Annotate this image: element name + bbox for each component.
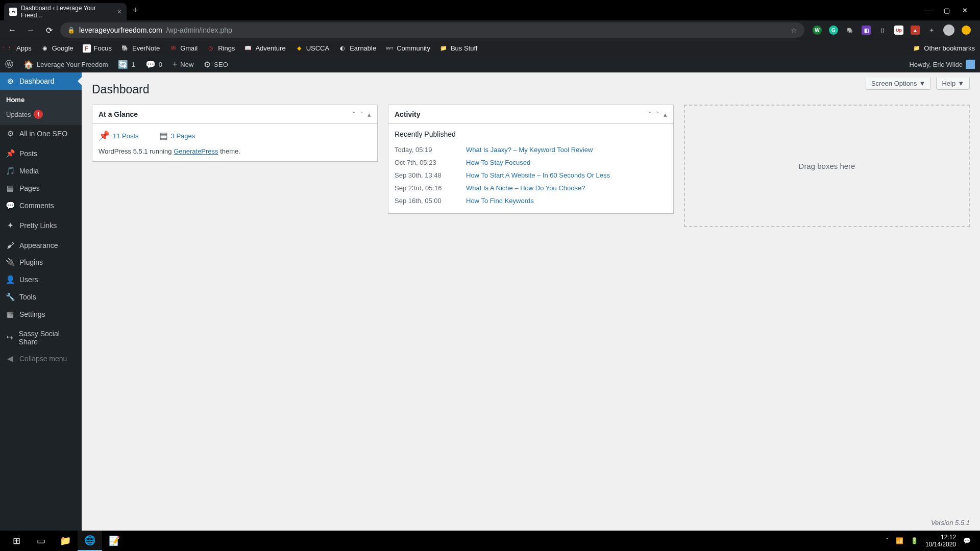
close-window-button[interactable]: ✕ — [962, 7, 968, 14]
activity-post-link[interactable]: How To Find Keywords — [466, 197, 534, 205]
theme-link[interactable]: GeneratePress — [174, 147, 218, 155]
comments-menu[interactable]: 💬0 — [140, 56, 167, 72]
screen-options-button[interactable]: Screen Options ▼ — [866, 78, 931, 90]
submenu-updates[interactable]: Updates1 — [0, 107, 82, 122]
bookmark-star-icon[interactable]: ☆ — [791, 26, 797, 34]
menu-posts[interactable]: 📌Posts — [0, 145, 82, 162]
activity-post-link[interactable]: What Is A Niche – How Do You Choose? — [466, 184, 585, 192]
bookmark-gmail[interactable]: ✉Gmail — [169, 44, 198, 53]
new-content-menu[interactable]: +New — [167, 56, 199, 72]
glance-posts-link[interactable]: 📌11 Posts — [99, 130, 139, 141]
start-button[interactable]: ⊞ — [4, 531, 29, 551]
site-name-menu[interactable]: 🏠Leverage Your Freedom — [18, 56, 113, 72]
profile-icon[interactable] — [962, 26, 971, 35]
bookmark-focus[interactable]: FFocus — [83, 44, 112, 53]
bookmark-adventure[interactable]: 📖Adventure — [244, 44, 285, 53]
sliders-icon: ▦ — [5, 310, 15, 319]
new-tab-button[interactable]: + — [133, 5, 138, 16]
maximize-button[interactable]: ▢ — [944, 7, 950, 14]
extensions-menu-icon[interactable]: ✦ — [927, 26, 936, 35]
move-up-button[interactable]: ˄ — [352, 111, 356, 118]
bookmark-rings[interactable]: ◎Rings — [207, 44, 235, 53]
bookmark-google[interactable]: ◉Google — [41, 44, 74, 53]
favicon-icon: LYF — [9, 8, 17, 16]
widget-dropzone[interactable]: Drag boxes here — [684, 105, 970, 227]
evernote-icon[interactable]: 🐘 — [845, 26, 854, 35]
menu-dashboard[interactable]: ⊚Dashboard — [0, 72, 82, 90]
wifi-icon[interactable]: 📶 — [896, 537, 903, 544]
menu-pretty-links[interactable]: ✦Pretty Links — [0, 217, 82, 234]
submenu-home[interactable]: Home — [0, 93, 82, 107]
battery-icon[interactable]: 🔋 — [911, 537, 918, 544]
bookmark-uscca[interactable]: ◆USCCA — [295, 44, 330, 53]
menu-tools[interactable]: 🔧Tools — [0, 288, 82, 306]
glance-pages-link[interactable]: ▤3 Pages — [159, 130, 195, 141]
chrome-icon[interactable]: 🌐 — [78, 531, 102, 551]
move-down-button[interactable]: ˅ — [360, 111, 363, 118]
bookmark-community[interactable]: IWTCommunity — [385, 44, 430, 53]
menu-pages[interactable]: ▤Pages — [0, 180, 82, 197]
extension-icons: W G 🐘 ◧ ⟨⟩ Up ▲ ✦ — [808, 24, 975, 36]
activity-date: Sep 16th, 05:00 — [395, 197, 461, 205]
activity-post-link[interactable]: How To Start A Website – In 60 Seconds O… — [466, 171, 610, 179]
update-count-badge: 1 — [34, 110, 43, 119]
back-button[interactable]: ← — [5, 26, 19, 35]
toggle-button[interactable]: ▴ — [664, 111, 667, 118]
comment-icon: 💬 — [145, 60, 156, 69]
menu-settings[interactable]: ▦Settings — [0, 306, 82, 323]
page-icon: ▤ — [159, 130, 168, 141]
wp-version-footer: Version 5.5.1 — [931, 519, 970, 527]
menu-all-in-one-seo[interactable]: ⚙All in One SEO — [0, 125, 82, 142]
wp-logo-menu[interactable]: ⓦ — [0, 56, 18, 72]
close-tab-icon[interactable]: × — [117, 8, 121, 16]
activity-post-link[interactable]: What Is Jaaxy? – My Keyword Tool Review — [466, 146, 593, 154]
notifications-icon[interactable]: 💬 — [963, 537, 971, 544]
collapse-menu[interactable]: ◀Collapse menu — [0, 350, 82, 367]
notepad-icon[interactable]: 📝 — [102, 531, 127, 551]
media-icon: 🎵 — [5, 166, 15, 176]
collapse-icon: ◀ — [5, 354, 15, 363]
activity-date: Sep 23rd, 05:16 — [395, 184, 461, 192]
bookmark-apps[interactable]: ⋮⋮⋮Apps — [5, 44, 32, 53]
bookmark-evernote[interactable]: 🐘EverNote — [121, 44, 160, 53]
extension-icon[interactable]: ◧ — [862, 26, 871, 35]
reload-button[interactable]: ⟳ — [42, 26, 56, 35]
minimize-button[interactable]: — — [925, 7, 932, 14]
task-view-button[interactable]: ▭ — [29, 531, 53, 551]
move-down-button[interactable]: ˅ — [656, 111, 659, 118]
activity-date: Today, 05:19 — [395, 146, 461, 154]
updates-menu[interactable]: 🔄1 — [113, 56, 140, 72]
browser-tab[interactable]: LYF Dashboard ‹ Leverage Your Freed… × — [4, 3, 127, 20]
bookmark-icon: ◐ — [338, 44, 347, 53]
toggle-button[interactable]: ▴ — [368, 111, 371, 118]
bookmark-icon: 📖 — [244, 44, 252, 53]
menu-plugins[interactable]: 🔌Plugins — [0, 254, 82, 271]
bookmark-icon: IWT — [385, 44, 394, 53]
address-bar[interactable]: 🔒 leverageyourfreedom.com/wp-admin/index… — [60, 22, 804, 38]
extension-icon[interactable]: Up — [894, 26, 903, 35]
menu-comments[interactable]: 💬Comments — [0, 197, 82, 214]
bookmark-icon: ◆ — [295, 44, 303, 53]
activity-post-link[interactable]: How To Stay Focused — [466, 159, 530, 166]
pdf-icon[interactable]: ▲ — [911, 26, 920, 35]
extension-icon[interactable]: ⟨⟩ — [878, 26, 887, 35]
forward-button[interactable]: → — [23, 26, 38, 35]
file-explorer-icon[interactable]: 📁 — [53, 531, 78, 551]
tray-chevron-icon[interactable]: ˄ — [886, 537, 889, 544]
bookmark-bus-stuff[interactable]: 📁Bus Stuff — [439, 44, 478, 53]
seo-menu[interactable]: ⚙SEO — [199, 56, 233, 72]
clock[interactable]: 12:12 10/14/2020 — [925, 534, 956, 548]
extension-icon[interactable]: G — [829, 26, 838, 35]
menu-sassy-social[interactable]: ↪Sassy Social Share — [0, 325, 82, 350]
bookmark-earnable[interactable]: ◐Earnable — [338, 44, 376, 53]
other-bookmarks[interactable]: 📁Other bookmarks — [913, 44, 975, 53]
move-up-button[interactable]: ˄ — [648, 111, 652, 118]
profile-avatar-icon[interactable] — [943, 24, 954, 36]
menu-appearance[interactable]: 🖌Appearance — [0, 237, 82, 254]
menu-media[interactable]: 🎵Media — [0, 162, 82, 180]
help-button[interactable]: Help ▼ — [936, 78, 970, 90]
menu-users[interactable]: 👤Users — [0, 271, 82, 288]
account-menu[interactable]: Howdy, Eric Wilde — [909, 60, 980, 69]
wp-version-text: WordPress 5.5.1 running GeneratePress th… — [99, 147, 371, 155]
extension-icon[interactable]: W — [813, 26, 822, 35]
